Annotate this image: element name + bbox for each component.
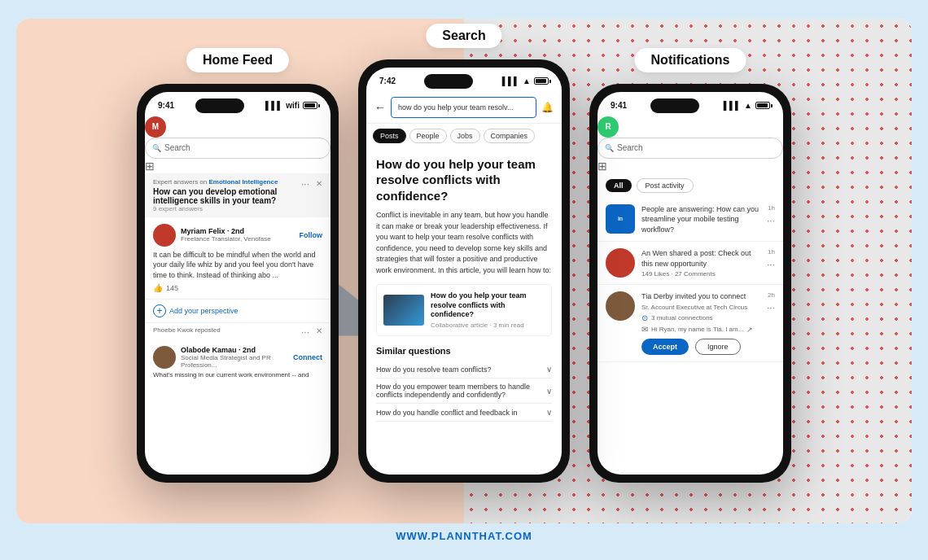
status-icons-home: ▌▌▌ wifi [265, 101, 317, 110]
footer-url: WWW.PLANNTHAT.COM [396, 530, 532, 542]
notif-sub-2: 149 Likes · 27 Comments [641, 270, 760, 278]
similar-label: Similar questions [376, 346, 552, 356]
post-card-home: Myriam Felix · 2nd Freelance Translator,… [145, 217, 330, 300]
notifications-screen: 9:41 ▌▌▌ ▲ R 🔍 Search ⊞ [598, 92, 783, 475]
tab-people[interactable]: People [409, 129, 447, 143]
like-count: 145 [166, 284, 178, 292]
status-bar-home: 9:41 ▌▌▌ wifi [145, 92, 330, 116]
article-thumb-row[interactable]: How do you help your team resolve confli… [376, 284, 552, 336]
search-pill-home[interactable]: 🔍 Search [145, 138, 330, 159]
more-dots-expert[interactable]: ··· [301, 178, 309, 190]
notif-dots-2[interactable]: ··· [767, 259, 775, 270]
filter-tabs: Posts People Jobs Companies [366, 124, 562, 148]
notch-notif [650, 98, 699, 113]
all-button[interactable]: All [606, 179, 632, 192]
tab-posts[interactable]: Posts [373, 129, 406, 143]
accept-button[interactable]: Accept [641, 339, 689, 355]
poster2-name: Olabode Kamau · 2nd [181, 346, 288, 354]
search-bar-notif: R 🔍 Search ⊞ [598, 116, 783, 173]
search-icon-home: 🔍 [152, 144, 161, 152]
article-body: Conflict is inevitable in any team, but … [376, 210, 552, 276]
notif-time-1: 1h [768, 204, 775, 212]
search-icon-notif: 🔍 [605, 144, 614, 152]
notifications-phone: Notifications 9:41 ▌▌▌ ▲ R 🔍 [589, 84, 791, 483]
notif-text-2: An Wen shared a post: Check out this new… [641, 248, 760, 269]
post-activity-button[interactable]: Post activity [637, 178, 694, 193]
back-arrow-icon[interactable]: ← [374, 101, 386, 114]
search-field[interactable]: how do you help your team resolv... [391, 97, 536, 118]
repost-close[interactable]: ✕ [316, 326, 322, 338]
connect-button[interactable]: Connect [293, 353, 322, 361]
notif-message-3: ✉ Hi Ryan, my name is Tia. I am... ↗ [641, 325, 760, 334]
follow-button[interactable]: Follow [300, 231, 323, 239]
notif-avatar-2 [606, 248, 635, 278]
similar-item-2[interactable]: How do you empower team members to handl… [376, 378, 552, 404]
home-feed-phone: Home Feed 9:41 ▌▌▌ wifi M 🔍 [137, 84, 339, 483]
avatar-myriam [153, 224, 176, 247]
tab-companies[interactable]: Companies [484, 129, 536, 143]
add-perspective-row[interactable]: + Add your perspective [145, 300, 330, 323]
article-thumb-image [383, 295, 424, 326]
repost-dots[interactable]: ··· [301, 326, 309, 338]
notif-item-3[interactable]: Tia Derby invited you to connect Sr. Acc… [598, 285, 783, 362]
more-icon-home[interactable]: ⊞ [145, 160, 155, 173]
post-text: It can be difficult to be mindful when t… [153, 250, 322, 281]
search-label-home: Search [164, 143, 190, 152]
notif-filter-row: All Post activity [598, 173, 783, 198]
notif-dots-1[interactable]: ··· [767, 215, 775, 226]
wifi-icon-search: ▲ [523, 77, 531, 85]
battery-search [534, 77, 549, 85]
time-search: 7:42 [379, 77, 396, 85]
avatar-home: M [145, 116, 166, 138]
search-label-title: Search [426, 24, 501, 48]
notif-sub-3: Sr. Account Executive at Tech Circus [641, 304, 760, 311]
search-bar-home: M 🔍 Search ⊞ [145, 116, 330, 173]
article-meta-title: How do you help your team resolve confli… [431, 291, 545, 320]
tab-jobs[interactable]: Jobs [450, 129, 480, 143]
search-top-bar: ← how do you help your team resolv... 🔔 [366, 92, 562, 124]
search-screen: 7:42 ▌▌▌ ▲ ← how do you help your team r… [366, 68, 562, 475]
close-expert[interactable]: ✕ [316, 179, 322, 188]
wifi-icon-notif: ▲ [744, 101, 752, 110]
article-meta: How do you help your team resolve confli… [431, 291, 545, 329]
battery-notif [755, 102, 770, 109]
similar-item-3[interactable]: How do you handle conflict and feedback … [376, 404, 552, 422]
chevron-icon-3: ∨ [546, 408, 552, 417]
status-bar-search: 7:42 ▌▌▌ ▲ [366, 68, 562, 92]
signal-icon-notif: ▌▌▌ [724, 101, 741, 110]
notif-item-1[interactable]: in People are answering: How can you str… [598, 198, 783, 243]
home-feed-screen: 9:41 ▌▌▌ wifi M 🔍 Search ⊞ [145, 92, 330, 475]
like-icon[interactable]: 👍 [153, 283, 163, 292]
repost-text: Phoebe Kwok reposted [153, 326, 221, 338]
expert-label: Expert answers on Emotional Intelligence [153, 178, 301, 186]
similar-item-1[interactable]: How do you resolve team conflicts? ∨ [376, 361, 552, 378]
notif-avatar-3 [606, 291, 635, 321]
notif-body-2: An Wen shared a post: Check out this new… [641, 248, 760, 278]
notif-body-1: People are answering: How can you stream… [641, 204, 760, 235]
notif-mutual-3: ⊙ 3 mutual connections [641, 313, 760, 322]
home-feed-label: Home Feed [186, 48, 289, 72]
signal-icon-home: ▌▌▌ [265, 101, 282, 110]
battery-home [303, 102, 317, 109]
poster2-sub: Social Media Strategist and PR Professio… [181, 354, 288, 369]
bell-icon[interactable]: 🔔 [541, 102, 554, 113]
like-row: 👍 145 [153, 283, 322, 292]
notch-search [424, 74, 473, 89]
notif-time-3: 2h [768, 291, 775, 299]
search-phone: Search 7:42 ▌▌▌ ▲ ← how do you help [358, 59, 570, 483]
plus-icon: + [153, 304, 166, 317]
post-card2: Olabode Kamau · 2nd Social Media Strateg… [145, 341, 330, 383]
avatar-olabode [153, 346, 176, 369]
notif-item-2[interactable]: An Wen shared a post: Check out this new… [598, 242, 783, 285]
time-home: 9:41 [158, 101, 174, 110]
phones-row: Home Feed 9:41 ▌▌▌ wifi M 🔍 [16, 19, 912, 523]
repost-banner: Phoebe Kwok reposted ··· ✕ [145, 323, 330, 341]
more-icon-notif[interactable]: ⊞ [598, 160, 607, 173]
notif-dots-3[interactable]: ··· [767, 302, 775, 313]
expert-count: 9 expert answers [153, 205, 301, 212]
search-pill-notif[interactable]: 🔍 Search [598, 138, 783, 159]
chevron-icon-2: ∨ [546, 387, 552, 396]
ignore-button[interactable]: Ignore [695, 339, 741, 355]
time-notif: 9:41 [611, 101, 627, 110]
article-content: How do you help your team resolve confli… [366, 148, 562, 475]
